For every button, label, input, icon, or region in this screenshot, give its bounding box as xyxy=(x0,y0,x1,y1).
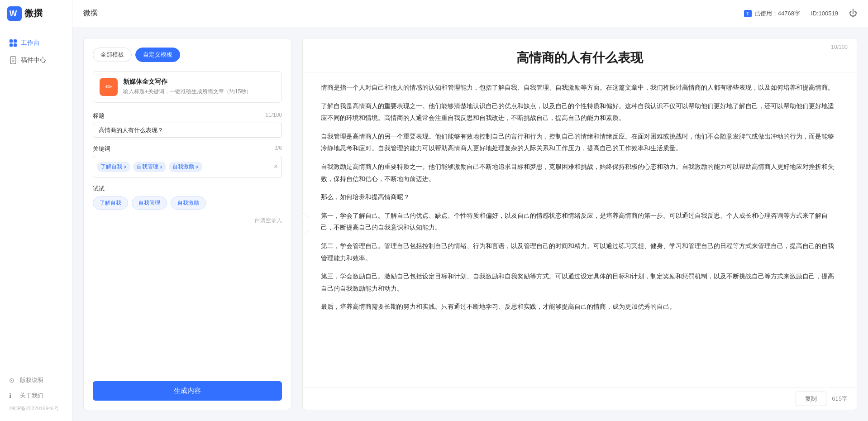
title-label: 标题 11/100 xyxy=(93,112,282,120)
template-tabs: 全部模板 自定义模板 xyxy=(93,48,282,62)
sidebar-footer: ⊙ 版权说明 ℹ 关于我们 ©ICP备2022016946号 xyxy=(0,367,72,421)
copyright-label: 版权说明 xyxy=(20,376,43,384)
title-count: 11/100 xyxy=(265,112,282,120)
suggest-tag-2[interactable]: 自我管理 xyxy=(132,196,167,210)
suggest-tag-3[interactable]: 自我激励 xyxy=(171,196,206,210)
app-logo: W 微撰 xyxy=(0,0,72,27)
clear-placeholder[interactable]: 白清空录入 xyxy=(93,217,282,225)
article-paragraph-0: 情商是指一个人对自己和他人的情感的认知和管理能力，包括了解自我、自我管理、自我激… xyxy=(321,81,839,94)
sidebar-item-drafts-label: 稿件中心 xyxy=(21,56,46,64)
app-name: 微撰 xyxy=(24,7,43,19)
svg-text:W: W xyxy=(10,9,17,18)
suggest-tag-1[interactable]: 了解自我 xyxy=(93,196,128,210)
article-paragraph-6: 第二，学会管理自己。管理自己包括控制自己的情绪、行为和言语，以及管理自己的时间和… xyxy=(321,240,839,264)
copy-button[interactable]: 复制 xyxy=(796,392,826,406)
usage-text: 已使用：44768字 xyxy=(754,10,800,18)
title-input[interactable] xyxy=(93,123,282,138)
keyword-clear-btn[interactable]: × xyxy=(274,163,278,171)
keyword-tag-1: 了解自我 x xyxy=(97,162,130,172)
sidebar: W 微撰 工作台 xyxy=(0,0,72,421)
about-label: 关于我们 xyxy=(20,392,43,400)
tab-all[interactable]: 全部模板 xyxy=(93,48,132,62)
topbar-usage: T 已使用：44768字 xyxy=(744,10,800,18)
keyword-box[interactable]: 了解自我 x 自我管理 x 自我激励 x × xyxy=(93,156,282,177)
svg-rect-5 xyxy=(14,43,17,47)
article-body[interactable]: 情商是指一个人对自己和他人的情感的认知和管理能力，包括了解自我、自我管理、自我激… xyxy=(303,72,857,387)
article-paragraph-2: 自我管理是高情商人的另一个重要表现。他们能够有效地控制自己的言行和行为，控制自己… xyxy=(321,130,839,154)
template-card-info: 新媒体全文写作 输入标题+关键词，一键准确生成所需文章（约15秒） xyxy=(123,78,252,96)
sidebar-footer-copyright[interactable]: ⊙ 版权说明 xyxy=(0,373,72,388)
icp-text: ©ICP备2022016946号 xyxy=(0,403,72,416)
article-footer: 复制 615字 xyxy=(303,387,857,410)
topbar-title: 微撰 xyxy=(83,9,98,18)
topbar-right: T 已使用：44768字 ID:100519 ⏻ xyxy=(744,9,857,18)
logo-icon: W xyxy=(7,6,22,21)
keyword-remove-2[interactable]: x xyxy=(160,164,163,169)
article-paragraph-4: 那么，如何培养和提高情商呢？ xyxy=(321,191,839,203)
keyword-label: 关键词 3/6 xyxy=(93,145,282,153)
title-form-section: 标题 11/100 xyxy=(93,112,282,138)
content: 全部模板 自定义模板 ✏ 新媒体全文写作 输入标题+关键词，一键准确生成所需文章… xyxy=(72,27,868,421)
power-icon[interactable]: ⏻ xyxy=(849,9,857,18)
svg-rect-2 xyxy=(10,39,13,43)
article-paragraph-3: 自我激励是高情商人的重要特质之一。他们能够激励自己不断地追求目标和梦想，克服困难… xyxy=(321,161,839,185)
sidebar-item-drafts[interactable]: 稿件中心 xyxy=(0,52,72,69)
article-header: 高情商的人有什么表现 xyxy=(303,38,857,72)
collapse-handle[interactable]: ‹ xyxy=(302,213,308,235)
word-count: 615字 xyxy=(832,395,848,403)
keyword-tag-3: 自我激励 x xyxy=(169,162,202,172)
left-panel: 全部模板 自定义模板 ✏ 新媒体全文写作 输入标题+关键词，一键准确生成所需文章… xyxy=(83,38,291,410)
keyword-remove-1[interactable]: x xyxy=(124,164,127,169)
article-count-badge: 10/100 xyxy=(831,44,848,50)
article-paragraph-5: 第一，学会了解自己。了解自己的优点、缺点、个性特质和偏好，以及自己的情感状态和情… xyxy=(321,210,839,234)
drafts-icon xyxy=(9,56,17,64)
svg-rect-4 xyxy=(10,43,13,47)
template-card-icon: ✏ xyxy=(100,78,118,96)
copyright-icon: ⊙ xyxy=(9,377,16,384)
topbar: 微撰 T 已使用：44768字 ID:100519 ⏻ xyxy=(72,0,868,27)
sidebar-item-workbench-label: 工作台 xyxy=(21,39,40,47)
suggest-tags: 了解自我 自我管理 自我激励 xyxy=(93,196,282,210)
generate-button[interactable]: 生成内容 xyxy=(93,381,282,401)
sidebar-item-workbench[interactable]: 工作台 xyxy=(0,34,72,52)
svg-rect-3 xyxy=(14,39,17,43)
article-paragraph-7: 第三，学会激励自己。激励自己包括设定目标和计划、自我激励和自我奖励等方式。可以通… xyxy=(321,270,839,294)
main: 微撰 T 已使用：44768字 ID:100519 ⏻ 全部模板 自定义模板 ✏… xyxy=(72,0,868,421)
workbench-icon xyxy=(9,39,17,47)
right-panel: 10/100 高情商的人有什么表现 情商是指一个人对自己和他人的情感的认知和管理… xyxy=(302,38,857,410)
about-icon: ℹ xyxy=(9,392,16,399)
article-paragraph-8: 最后，培养高情商需要长期的努力和实践。只有通过不断地学习、反思和实践，才能够提高… xyxy=(321,301,839,313)
keyword-remove-3[interactable]: x xyxy=(196,164,199,169)
usage-t-icon: T xyxy=(744,10,752,17)
tab-custom[interactable]: 自定义模板 xyxy=(135,48,180,62)
suggest-section: 试试 了解自我 自我管理 自我激励 xyxy=(93,185,282,210)
sidebar-nav: 工作台 稿件中心 xyxy=(0,27,72,367)
keyword-tag-2: 自我管理 x xyxy=(133,162,167,172)
keyword-form-section: 关键词 3/6 了解自我 x 自我管理 x 自我激励 x xyxy=(93,145,282,177)
sidebar-footer-about[interactable]: ℹ 关于我们 xyxy=(0,388,72,403)
topbar-id: ID:100519 xyxy=(811,10,838,17)
keyword-count: 3/6 xyxy=(274,145,282,153)
template-card-desc: 输入标题+关键词，一键准确生成所需文章（约15秒） xyxy=(123,88,252,96)
article-title: 高情商的人有什么表现 xyxy=(321,49,839,67)
article-paragraph-1: 了解自我是高情商人的重要表现之一。他们能够清楚地认识自己的优点和缺点，以及自己的… xyxy=(321,100,839,124)
template-card-title: 新媒体全文写作 xyxy=(123,78,252,86)
suggest-label: 试试 xyxy=(93,185,282,193)
template-card-writing[interactable]: ✏ 新媒体全文写作 输入标题+关键词，一键准确生成所需文章（约15秒） xyxy=(93,71,282,103)
